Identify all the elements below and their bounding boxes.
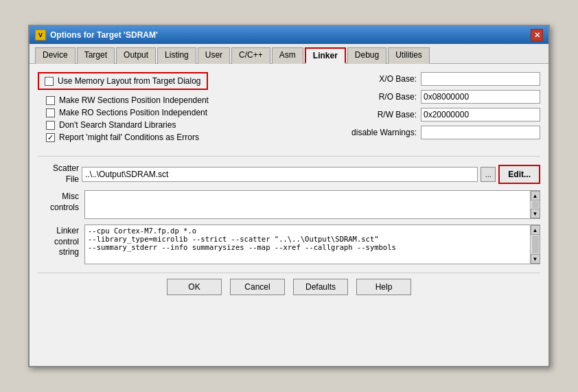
checkbox-row-ro: Make RO Sections Position Independent bbox=[46, 108, 337, 117]
help-button[interactable]: Help bbox=[356, 279, 411, 295]
no-search-checkbox[interactable] bbox=[46, 121, 55, 130]
scroll-thumb bbox=[532, 201, 539, 208]
rw-base-row: R/W Base: bbox=[348, 108, 540, 122]
disable-warnings-input[interactable] bbox=[421, 126, 540, 139]
app-icon: V bbox=[35, 30, 46, 41]
linker-scroll-thumb bbox=[532, 235, 539, 253]
ro-base-input[interactable] bbox=[421, 90, 540, 104]
defaults-button[interactable]: Defaults bbox=[293, 279, 348, 295]
edit-button[interactable]: Edit... bbox=[498, 165, 540, 184]
linker-scrollbar: ▲ ▼ bbox=[530, 225, 540, 264]
content-area: Use Memory Layout from Target Dialog Mak… bbox=[30, 64, 548, 366]
titlebar: V Options for Target 'SDRAM' ✕ bbox=[30, 26, 548, 44]
right-panel: X/O Base: R/O Base: R/W Base: disable Wa… bbox=[348, 72, 540, 145]
tab-device[interactable]: Device bbox=[35, 47, 76, 64]
tab-asm[interactable]: Asm bbox=[272, 47, 303, 64]
linker-scroll-down[interactable]: ▼ bbox=[531, 254, 540, 264]
main-window: V Options for Target 'SDRAM' ✕ Device Ta… bbox=[28, 25, 550, 367]
make-rw-label: Make RW Sections Position Independent bbox=[59, 95, 209, 105]
xo-base-row: X/O Base: bbox=[348, 72, 540, 86]
no-search-label: Don't Search Standard Libraries bbox=[59, 120, 176, 130]
linker-scroll-up[interactable]: ▲ bbox=[531, 225, 540, 235]
tab-debug[interactable]: Debug bbox=[347, 47, 386, 64]
scatter-label: ScatterFile bbox=[38, 163, 79, 185]
checkbox-group: Make RW Sections Position Independent Ma… bbox=[38, 95, 337, 142]
main-area: Use Memory Layout from Target Dialog Mak… bbox=[38, 72, 540, 145]
scatter-row: ScatterFile ... Edit... bbox=[38, 163, 540, 185]
checkbox-row-report: ✓ Report 'might fail' Conditions as Erro… bbox=[46, 132, 337, 142]
xo-base-label: X/O Base: bbox=[348, 74, 417, 84]
tab-user[interactable]: User bbox=[198, 47, 230, 64]
scatter-area: ScatterFile ... Edit... bbox=[38, 156, 540, 185]
tab-utilities[interactable]: Utilities bbox=[388, 47, 430, 64]
ro-base-row: R/O Base: bbox=[348, 90, 540, 104]
tab-linker[interactable]: Linker bbox=[305, 47, 346, 64]
close-button[interactable]: ✕ bbox=[531, 29, 543, 41]
use-memory-label: Use Memory Layout from Target Dialog bbox=[58, 76, 201, 86]
misc-section: Misccontrols ▲ ▼ bbox=[38, 190, 540, 219]
linker-section: Linkercontrolstring --cpu Cortex-M7.fp.d… bbox=[38, 224, 540, 264]
use-memory-box: Use Memory Layout from Target Dialog bbox=[38, 72, 208, 90]
make-ro-label: Make RO Sections Position Independent bbox=[59, 108, 207, 117]
checkbox-row-rw: Make RW Sections Position Independent bbox=[46, 95, 337, 105]
tab-output[interactable]: Output bbox=[116, 47, 156, 64]
rw-base-input[interactable] bbox=[421, 108, 540, 122]
linker-control-area: --cpu Cortex-M7.fp.dp *.o --library_type… bbox=[84, 224, 540, 264]
rw-base-label: R/W Base: bbox=[348, 110, 417, 119]
linker-control-label: Linkercontrolstring bbox=[38, 224, 79, 258]
misc-row: Misccontrols ▲ ▼ bbox=[38, 190, 540, 219]
disable-warnings-label: disable Warnings: bbox=[348, 128, 417, 137]
scatter-file-input[interactable] bbox=[82, 167, 478, 182]
report-label: Report 'might fail' Conditions as Errors bbox=[59, 132, 199, 142]
left-panel: Use Memory Layout from Target Dialog Mak… bbox=[38, 72, 337, 145]
scroll-up-arrow[interactable]: ▲ bbox=[531, 191, 540, 200]
tab-cplusplus[interactable]: C/C++ bbox=[231, 47, 270, 64]
tab-listing[interactable]: Listing bbox=[157, 47, 196, 64]
make-rw-checkbox[interactable] bbox=[46, 96, 55, 105]
misc-label: Misccontrols bbox=[38, 190, 79, 213]
tabs-bar: Device Target Output Listing User C/C++ … bbox=[30, 44, 548, 64]
misc-scrollbar: ▲ ▼ bbox=[530, 191, 540, 218]
misc-controls-textarea[interactable] bbox=[85, 191, 530, 217]
linker-control-textarea[interactable]: --cpu Cortex-M7.fp.dp *.o --library_type… bbox=[85, 225, 530, 262]
disable-warnings-row: disable Warnings: bbox=[348, 126, 540, 139]
cancel-button[interactable]: Cancel bbox=[230, 279, 285, 295]
titlebar-left: V Options for Target 'SDRAM' bbox=[35, 30, 158, 41]
make-ro-checkbox[interactable] bbox=[46, 108, 55, 117]
checkbox-row-search: Don't Search Standard Libraries bbox=[46, 120, 337, 130]
scroll-down-arrow[interactable]: ▼ bbox=[531, 209, 540, 218]
linker-control-row: Linkercontrolstring --cpu Cortex-M7.fp.d… bbox=[38, 224, 540, 264]
use-memory-checkbox[interactable] bbox=[45, 77, 54, 86]
misc-controls-area: ▲ ▼ bbox=[84, 190, 540, 219]
ok-button[interactable]: OK bbox=[167, 279, 222, 295]
tab-target[interactable]: Target bbox=[77, 47, 115, 64]
buttons-bar: OK Cancel Defaults Help bbox=[38, 273, 540, 295]
xo-base-input[interactable] bbox=[421, 72, 540, 86]
ellipsis-button[interactable]: ... bbox=[481, 167, 496, 182]
window-title: Options for Target 'SDRAM' bbox=[50, 30, 158, 40]
report-checkbox[interactable]: ✓ bbox=[46, 133, 55, 142]
ro-base-label: R/O Base: bbox=[348, 92, 417, 102]
